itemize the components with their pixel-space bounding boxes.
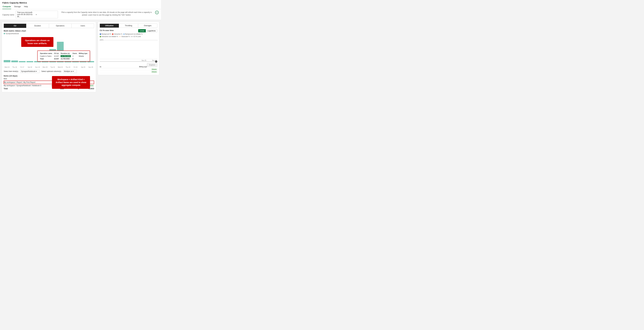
nav-tab-storage[interactable]: Storage (14, 5, 21, 9)
legend-label-cu-limit: CU % Limit (133, 36, 141, 37)
x-label-sat25: Sat 25 (80, 66, 86, 68)
legend-bg: Background % (100, 33, 111, 35)
right-chart-title: CU % over time (100, 29, 114, 32)
info-button[interactable]: i (155, 11, 159, 14)
tooltip-col-cu: CU (s) (53, 52, 60, 55)
nav-tab-compute[interactable]: Compute (2, 5, 11, 9)
legend-label-bg: Background % (102, 33, 111, 35)
legend-label-synapse: SynapseNotebook (6, 33, 19, 35)
bar-sat18 (26, 61, 33, 62)
right-table: es Billing type Billable Billable (100, 66, 157, 73)
tooltip-billing: Billable (78, 55, 88, 58)
x-label-sun26: Sun 26 (88, 66, 94, 68)
filter-row: Select item kind(s): SynapseNotebook ▾ S… (4, 70, 94, 73)
x-label-wed22: Wed 22 (57, 66, 64, 68)
legend-dot-interactive-nonbill (100, 36, 101, 37)
row2-item: My workspace \ SynapseNotebook \ Noteboo… (4, 85, 42, 87)
chart-x-labels: Wed 15 Thu 16 Fri 17 Sat 18 Sun 19 Mon 2… (4, 66, 94, 68)
optional-col-dropdown[interactable]: Multiple se ▾ (63, 70, 77, 73)
x-label-thu16: Thu 16 (11, 66, 18, 68)
scale-buttons: Linear Logarithmic (138, 29, 157, 32)
x-label-wed15: Wed 15 (4, 66, 10, 68)
scale-linear-btn[interactable]: Linear (138, 29, 146, 32)
tab-users[interactable]: Users (72, 24, 94, 28)
tooltip-duration: 14,769.5930 (60, 55, 72, 58)
legend-dot-bg (100, 33, 101, 35)
legend-bg-nonbill: Background non-billable % (123, 33, 142, 35)
legend-dot-interactive (112, 33, 114, 35)
tooltip-col-users: Users (72, 52, 78, 55)
legend-label-interactive-nonbill: Interactive non-billable % (102, 36, 118, 37)
dashed-100-line (100, 40, 157, 40)
x-label-tue21: Tue 21 (49, 66, 56, 68)
bar-fri17 (19, 61, 26, 62)
capacity-dropdown[interactable]: Trial-ruxu-microsoft-com-05-30-2023-01-3… (16, 11, 58, 18)
x-label-sun19: Sun 19 (34, 66, 41, 68)
tab-cu[interactable]: CU (4, 24, 26, 28)
x-label-fri24: Fri 24 (72, 66, 79, 68)
right-legend: Background % Interactive % Background no… (100, 33, 157, 37)
tooltip-op-name: Copilot in Fabric (39, 55, 53, 58)
optional-col-label: Select optional column(s): (41, 70, 62, 72)
item-kind-label: Select item kind(s): (4, 70, 18, 72)
time-label-nov25: Nov 25 (142, 60, 146, 61)
nav-tab-help[interactable]: Help (24, 5, 28, 9)
tab-duration[interactable]: Duration (26, 24, 49, 28)
capacity-label: Capacity name: (2, 14, 14, 16)
chevron-down-icon: ▾ (36, 14, 54, 15)
rcol-es: es (100, 66, 131, 68)
tooltip-users: 2 (72, 55, 78, 58)
capacity-value: Trial-ruxu-microsoft-com-05-30-2023-01-3… (17, 12, 35, 18)
tab-utilization[interactable]: Utilization (100, 24, 119, 28)
x-label-fri17: Fri 17 (19, 66, 26, 68)
legend-line-cu-limit (130, 37, 133, 37)
app-title: Fabric Capacity Metrics (2, 2, 27, 4)
legend-cu-limit: CU % Limit (130, 36, 141, 37)
legend-label-bg-nonbill: Background non-billable % (125, 33, 142, 35)
tooltip-total-duration: 14,769.5930 (60, 57, 72, 60)
right-table-header: es Billing type (100, 66, 147, 68)
legend-dot-synapse (4, 33, 5, 34)
legend-line-autoscale (119, 37, 121, 37)
tooltip-col-op: Operation name (39, 52, 53, 55)
legend-label-autoscale: Autoscale % (122, 36, 130, 37)
legend-synapse: SynapseNotebook (4, 33, 19, 35)
legend-dot-bg-nonbill (123, 33, 125, 35)
tooltip-total-cu: 10,937 (53, 57, 60, 60)
slider-thumb[interactable] (155, 60, 157, 63)
tooltip-col-dur: Duration (s) (60, 52, 72, 55)
legend-autoscale: Autoscale % (119, 36, 130, 37)
right-table-row-2[interactable]: Billable (100, 71, 157, 73)
x-label-thu23: Thu 23 (64, 66, 71, 68)
right-chart-area: 100% (100, 39, 157, 59)
total-label: Total (4, 88, 49, 90)
callout-box: Operations are shown on hover over artif… (21, 37, 54, 47)
time-axis: Nov 25 Nov 27 (100, 60, 157, 61)
100-label: 100% (100, 39, 104, 41)
slider-track[interactable] (100, 61, 157, 62)
tab-overages[interactable]: Overages (138, 24, 157, 28)
left-tab-bar: CU Duration Operations Users (4, 24, 94, 28)
tooltip-total-row: Total 10,937 14,769.5930 2 (39, 57, 88, 60)
tooltip-total-users: 2 (72, 57, 78, 60)
tab-throttling[interactable]: Throttling (119, 24, 138, 28)
bar-wed15 (4, 60, 10, 62)
items-section: Items (14 days) Item My workspace \ Repo… (4, 75, 94, 90)
right-tab-bar: Utilization Throttling Overages (100, 24, 157, 28)
tooltip-cu: 10,937 (53, 55, 60, 58)
item-kind-dropdown[interactable]: SynapseNotebook ▾ (20, 70, 40, 73)
legend-interactive-nonbill: Interactive non-billable % (100, 36, 118, 37)
scale-log-btn[interactable]: Logarithmic (146, 29, 157, 32)
tooltip-popup: Operation name CU (s) Duration (s) Users… (37, 51, 90, 62)
bar-thu16 (11, 61, 18, 62)
tab-operations[interactable]: Operations (49, 24, 72, 28)
chart-title: Multi metric ribbon chart (4, 30, 94, 32)
bottom-callout: Workspace + Artifact Kind + Artifact Nam… (52, 76, 90, 89)
legend-label-interactive: Interactive % (114, 33, 122, 35)
slider-row[interactable] (100, 61, 157, 62)
legend-interactive: Interactive % (112, 33, 122, 35)
explore-button[interactable]: Explore (147, 63, 157, 67)
tooltip-total-label: Total (39, 57, 53, 60)
tooltip-col-billing: Billing type (78, 52, 88, 55)
right-table-row-1[interactable]: Billable (100, 68, 157, 71)
